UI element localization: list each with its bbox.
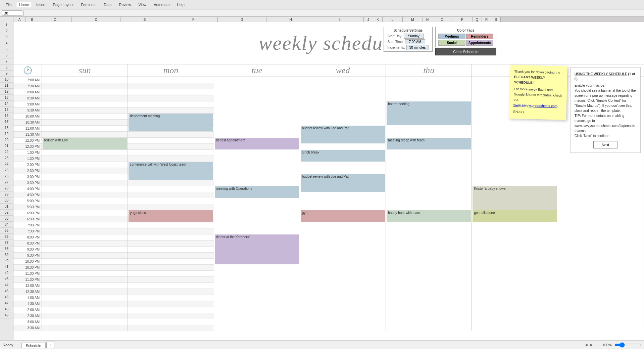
increments-label: Increments: (387, 46, 405, 49)
row-16: 16 (0, 113, 13, 119)
excel-shell: File Home Insert Page Layout Formulas Da… (0, 0, 644, 349)
ribbon-tab-home[interactable]: Home (16, 2, 32, 7)
event-tue-dinner[interactable]: dinner at the Kershers' (215, 234, 299, 264)
time-label-19: 4:30 PM (13, 192, 42, 198)
next-button[interactable]: Next (593, 141, 618, 148)
scroll-left-icon[interactable]: ◀ (585, 343, 588, 347)
row-38: 38 (0, 246, 13, 252)
time-label-17: 3:30 PM (13, 180, 42, 186)
event-mon-dept-meeting[interactable]: department meeting (129, 114, 213, 131)
time-label-0: 7:00 AM (13, 77, 42, 83)
time-label-15: 2:30 PM (13, 168, 42, 174)
start-day-value[interactable]: Sunday (404, 34, 424, 39)
row-6: 6 (0, 52, 13, 58)
col-header-b[interactable]: B (26, 17, 38, 22)
clear-schedule-button[interactable]: Clear Schedule (435, 48, 496, 55)
row-23: 23 (0, 155, 13, 161)
col-header-r[interactable]: R (482, 17, 491, 22)
day-header-thu: thu (386, 64, 472, 77)
col-header-g[interactable]: G (218, 17, 266, 22)
ribbon-tab-insert[interactable]: Insert (33, 2, 49, 8)
increments-value[interactable]: 30 minutes (406, 45, 429, 50)
event-fri-baby-shower[interactable]: Kristen's baby shower (473, 186, 557, 210)
time-label-4: 9:00 AM (13, 101, 42, 107)
col-header-i[interactable]: I (315, 17, 364, 22)
row-9: 9 (0, 71, 13, 77)
col-headers: A B C D E F G H I J K L M N O P Q (0, 17, 644, 22)
ribbon-tab-data[interactable]: Data (101, 2, 114, 8)
col-header-c[interactable]: C (38, 17, 72, 22)
col-header-j[interactable]: J (364, 17, 373, 22)
row-8: 8 (0, 64, 13, 71)
col-header-n[interactable]: N (423, 17, 432, 22)
row-3: 3 (0, 34, 13, 40)
time-label-16: 3:00 PM (13, 174, 42, 180)
tag-appointments[interactable]: Appointments (466, 40, 493, 46)
col-header-corner[interactable] (0, 17, 13, 22)
col-header-l[interactable]: L (383, 17, 403, 22)
row-39: 39 (0, 252, 13, 258)
event-tue-operations[interactable]: meeting with Operations (215, 186, 299, 198)
event-tue-dentist[interactable]: dentist appointment (215, 138, 299, 149)
ribbon-tab-file[interactable]: File (3, 2, 15, 8)
col-header-q[interactable]: Q (473, 17, 482, 22)
event-sun-brunch[interactable]: brunch with Lori (43, 138, 127, 149)
time-label-5: 9:30 AM (13, 107, 42, 114)
sheet-tab-schedule[interactable]: Schedule (21, 343, 46, 348)
clock-header: 🕐 (13, 64, 42, 77)
row-35: 35 (0, 228, 13, 234)
add-sheet-button[interactable]: + (46, 342, 54, 348)
settings-title: Schedule Settings (387, 29, 429, 32)
col-header-k[interactable]: K (373, 17, 383, 22)
event-thu-recap[interactable]: meeting recap with team (387, 138, 471, 149)
grid-body: 1 2 3 4 5 6 7 8 9 10 11 12 13 14 (0, 22, 644, 340)
time-labels-col: 7:00 AM 7:30 AM 8:00 AM 8:30 AM 9:00 AM … (13, 77, 42, 331)
content-area: A B C D E F G H I J K L M N O P Q (0, 17, 644, 340)
col-header-p[interactable]: P (452, 17, 473, 22)
event-mon-conf-call[interactable]: conference call with West Coast team (129, 162, 213, 180)
sticky-link[interactable]: www.savvyspreadsheets.com (513, 102, 562, 109)
info-popup-title: USING THE WEEKLY SCHEDULE (1 of 6) (575, 72, 636, 82)
grid-with-headers: A B C D E F G H I J K L M N O P Q (0, 17, 644, 340)
status-right: ◀ ▶ 100% (585, 342, 641, 348)
zoom-slider[interactable] (614, 342, 641, 348)
color-tags-title: Color Tags (438, 29, 493, 32)
tag-reminders[interactable]: Reminders (466, 34, 493, 39)
time-label-10: 12:00 PM (13, 138, 42, 144)
ribbon-tab-help[interactable]: Help (174, 2, 188, 8)
event-wed-lunch[interactable]: lunch break (301, 150, 385, 162)
col-header-h[interactable]: H (266, 17, 315, 22)
start-time-value[interactable]: 7:00 AM (405, 39, 425, 44)
event-thu-happy-hour[interactable]: happy hour with team (387, 210, 471, 222)
ribbon-tab-review[interactable]: Review (116, 2, 134, 8)
ribbon-tab-pagelayout[interactable]: Page Layout (50, 2, 77, 8)
scroll-right-icon[interactable]: ▶ (590, 343, 593, 347)
col-header-s[interactable]: S (491, 17, 501, 22)
event-thu-board[interactable]: board meeting (387, 101, 471, 125)
ribbon-tab-automate[interactable]: Automate (151, 2, 172, 8)
sticky-note: Thank you for downloading the ELEGANT WE… (509, 65, 567, 120)
time-label-38: 2:00 AM (13, 307, 42, 313)
tag-meetings[interactable]: Meetings (438, 34, 465, 39)
sun-column: brunch with Lori (42, 77, 128, 331)
event-wed-gym[interactable]: gym (301, 210, 385, 222)
event-fri-nails[interactable]: get nails done (473, 210, 557, 222)
col-header-a[interactable]: A (13, 17, 26, 22)
time-label-2: 8:00 AM (13, 89, 42, 95)
col-header-e[interactable]: E (120, 17, 169, 22)
ribbon-tab-view[interactable]: View (136, 2, 150, 8)
col-header-f[interactable]: F (169, 17, 218, 22)
event-wed-budget1[interactable]: budget review with Joe and Pat (301, 126, 385, 143)
ribbon-tab-formulas[interactable]: Formulas (78, 2, 99, 8)
col-header-o[interactable]: O (432, 17, 452, 22)
time-label-3: 8:30 AM (13, 95, 42, 101)
event-mon-yoga[interactable]: yoga class (129, 210, 213, 222)
col-header-d[interactable]: D (72, 17, 120, 22)
col-header-m[interactable]: M (403, 17, 423, 22)
name-box[interactable] (2, 10, 22, 16)
event-wed-budget2[interactable]: budget review with Joe and Pat (301, 174, 385, 192)
day-header-wed: wed (300, 64, 386, 77)
tag-social[interactable]: Social (438, 40, 465, 46)
time-label-6: 10:00 AM (13, 114, 42, 120)
row-2: 2 (0, 28, 13, 34)
